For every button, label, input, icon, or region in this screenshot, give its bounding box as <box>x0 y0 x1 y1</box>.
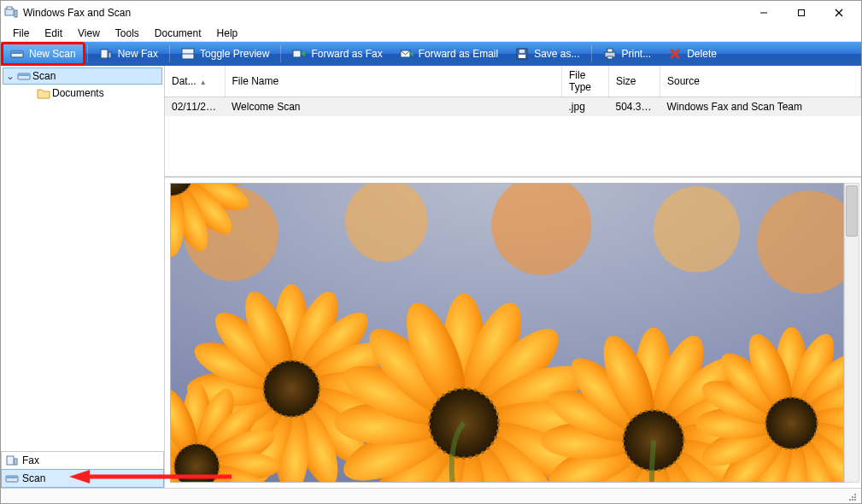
forward-email-label: Forward as Email <box>419 48 498 60</box>
cell-filetype: .jpg <box>562 97 609 117</box>
svg-rect-38 <box>854 499 856 501</box>
titlebar: Windows Fax and Scan <box>1 1 861 25</box>
forward-fax-button[interactable]: Forward as Fax <box>284 44 390 64</box>
menu-file[interactable]: File <box>6 26 36 41</box>
maximize-button[interactable] <box>783 1 820 25</box>
svg-rect-13 <box>293 50 301 57</box>
svg-rect-24 <box>19 74 29 76</box>
col-source[interactable]: Source <box>660 66 861 97</box>
list-empty-area <box>165 116 861 176</box>
delete-label: Delete <box>687 48 717 60</box>
cell-date: 02/11/20... <box>165 97 225 117</box>
save-as-label: Save as... <box>534 48 579 60</box>
forward-fax-label: Forward as Fax <box>311 48 382 60</box>
svg-rect-16 <box>519 55 525 58</box>
scan-list[interactable]: Dat...▲ File Name File Type Size Source … <box>165 66 861 177</box>
scanner-icon <box>10 47 24 61</box>
preview-image <box>170 183 844 483</box>
toolbar-separator <box>591 45 592 62</box>
svg-rect-1 <box>7 7 12 9</box>
cell-filename: Welcome Scan <box>225 97 562 117</box>
fax-icon <box>99 47 113 61</box>
svg-rect-2 <box>15 10 17 17</box>
content: Dat...▲ File Name File Type Size Source … <box>165 66 861 488</box>
cell-source: Windows Fax and Scan Team <box>660 97 861 117</box>
col-size[interactable]: Size <box>609 66 660 97</box>
toolbar: New Scan New Fax Toggle Preview Forward … <box>1 42 861 66</box>
app-window: Windows Fax and Scan File Edit View Tool… <box>0 0 862 504</box>
close-button[interactable] <box>820 1 858 25</box>
svg-rect-9 <box>101 50 108 58</box>
svg-rect-25 <box>7 456 14 465</box>
body: ⌄ Scan Documents Fax Scan <box>1 66 861 488</box>
minimize-button[interactable] <box>745 1 783 25</box>
toolbar-separator <box>87 45 88 62</box>
save-icon <box>515 47 529 61</box>
new-scan-button[interactable]: New Scan <box>3 44 84 64</box>
window-title: Windows Fax and Scan <box>23 7 131 19</box>
mode-scan[interactable]: Scan <box>1 469 164 488</box>
toolbar-separator <box>280 45 281 62</box>
print-button[interactable]: Print... <box>595 44 660 64</box>
resize-grip-icon[interactable] <box>846 490 858 502</box>
menu-document[interactable]: Document <box>148 26 208 41</box>
scanner-icon <box>5 472 19 484</box>
sidebar-mode-switcher: Fax Scan <box>1 451 164 488</box>
forward-fax-icon <box>292 47 306 61</box>
toggle-preview-button[interactable]: Toggle Preview <box>173 44 277 64</box>
mode-scan-label: Scan <box>22 472 45 484</box>
svg-rect-8 <box>12 52 22 54</box>
svg-rect-43 <box>854 494 856 495</box>
cell-size: 504.3 KB <box>609 97 660 117</box>
svg-rect-39 <box>852 499 853 501</box>
forward-email-button[interactable]: Forward as Email <box>392 44 506 64</box>
mode-fax[interactable]: Fax <box>1 451 164 470</box>
mode-fax-label: Fax <box>22 454 39 466</box>
col-date[interactable]: Dat...▲ <box>165 66 225 97</box>
new-fax-label: New Fax <box>118 48 158 60</box>
preview-icon <box>181 47 195 61</box>
table-row[interactable]: 02/11/20... Welcome Scan .jpg 504.3 KB W… <box>165 97 861 117</box>
svg-rect-19 <box>607 49 613 52</box>
preview-scrollbar[interactable] <box>844 183 859 483</box>
printer-icon <box>603 47 617 61</box>
status-bar <box>1 488 861 503</box>
svg-rect-26 <box>15 459 17 465</box>
forward-email-icon <box>400 47 413 61</box>
folder-tree[interactable]: ⌄ Scan Documents <box>1 66 164 451</box>
svg-rect-17 <box>519 50 525 53</box>
new-scan-label: New Scan <box>29 48 76 60</box>
col-filename[interactable]: File Name <box>225 66 562 97</box>
svg-rect-42 <box>852 496 853 498</box>
menu-edit[interactable]: Edit <box>38 26 69 41</box>
toggle-preview-label: Toggle Preview <box>200 48 269 60</box>
chevron-down-icon[interactable]: ⌄ <box>5 70 15 82</box>
folder-icon <box>37 87 50 99</box>
svg-rect-40 <box>854 496 856 498</box>
fax-icon <box>5 454 19 466</box>
app-icon <box>4 6 18 20</box>
col-filetype[interactable]: File Type <box>562 66 609 97</box>
menu-tools[interactable]: Tools <box>108 26 146 41</box>
tree-node-documents[interactable]: Documents <box>3 85 162 102</box>
tree-label: Scan <box>32 70 56 82</box>
svg-point-33 <box>654 186 740 273</box>
delete-icon <box>668 47 682 61</box>
scrollbar-thumb[interactable] <box>846 185 858 237</box>
tree-node-scan[interactable]: ⌄ Scan <box>3 67 162 85</box>
svg-rect-41 <box>849 499 851 501</box>
preview-area <box>165 177 861 488</box>
svg-rect-10 <box>108 52 111 58</box>
delete-button[interactable]: Delete <box>660 44 724 64</box>
column-headers[interactable]: Dat...▲ File Name File Type Size Source <box>165 66 861 97</box>
print-label: Print... <box>622 48 652 60</box>
svg-rect-28 <box>7 477 17 478</box>
sort-asc-icon: ▲ <box>200 79 207 86</box>
tree-label: Documents <box>52 87 104 99</box>
menu-view[interactable]: View <box>71 26 107 41</box>
new-fax-button[interactable]: New Fax <box>91 44 166 64</box>
menu-help[interactable]: Help <box>210 26 245 41</box>
svg-rect-4 <box>799 10 805 16</box>
save-as-button[interactable]: Save as... <box>507 44 587 64</box>
scanner-icon <box>17 70 31 82</box>
